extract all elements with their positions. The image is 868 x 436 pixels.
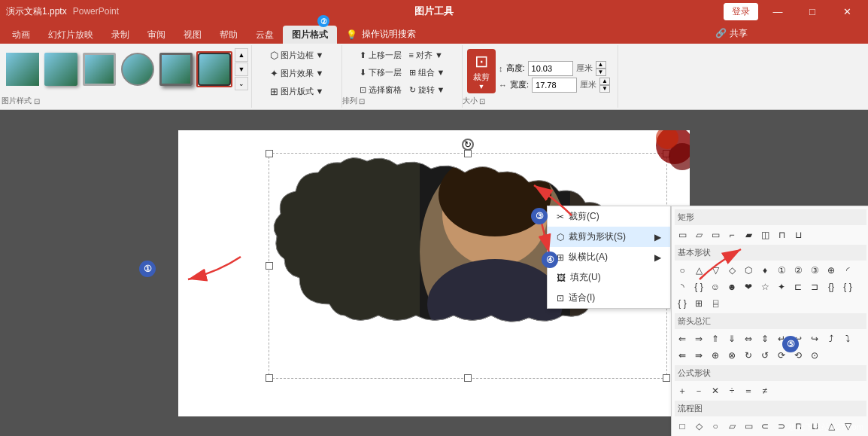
width-up[interactable]: ▲ — [599, 78, 610, 85]
shape-arrow-20[interactable]: ⊙ — [807, 348, 822, 363]
shape-flow-7[interactable]: ⊃ — [774, 419, 789, 434]
shape-rect-2[interactable]: ▱ — [691, 227, 706, 242]
shape-rect-5[interactable]: ▰ — [741, 227, 756, 242]
border-button[interactable]: ⬡ 图片边框 ▼ — [267, 47, 327, 63]
tab-donghua[interactable]: 动画 — [3, 26, 39, 44]
shape-basic-21[interactable]: {} — [824, 279, 839, 294]
height-down[interactable]: ▼ — [596, 69, 606, 76]
crop-button[interactable]: ⊡ 裁剪 ▼ — [467, 49, 496, 93]
height-up[interactable]: ▲ — [596, 61, 606, 69]
shape-arrow-14[interactable]: ⊕ — [708, 348, 723, 363]
shape-rect-6[interactable]: ◫ — [757, 227, 772, 242]
pic-style-1[interactable] — [5, 51, 41, 87]
shape-basic-19[interactable]: ⊏ — [791, 279, 806, 294]
shape-rect-3[interactable]: ▭ — [708, 227, 723, 242]
tab-review[interactable]: 审阅 — [138, 26, 175, 44]
shape-formula-3[interactable]: ✕ — [708, 383, 723, 398]
shape-flow-2[interactable]: ◇ — [691, 419, 706, 434]
shape-basic-2[interactable]: △ — [691, 263, 706, 278]
shape-arrow-4[interactable]: ⇓ — [724, 331, 739, 346]
style-expand[interactable]: ⌄ — [235, 77, 248, 90]
shape-basic-6[interactable]: ♦ — [757, 263, 772, 278]
pic-style-5[interactable] — [158, 51, 194, 87]
shape-basic-22[interactable]: { } — [840, 279, 855, 294]
tab-record[interactable]: 录制 — [102, 26, 138, 44]
shape-basic-3[interactable]: ▽ — [708, 263, 723, 278]
style-scroll-up[interactable]: ▲ — [235, 48, 248, 62]
minimize-button[interactable]: — — [763, 3, 793, 20]
style-scroll-down[interactable]: ▼ — [235, 63, 248, 76]
aspect-ratio-menu-item[interactable]: ⊞ 纵横比(A) ▶ — [548, 247, 670, 267]
crop-to-shape-menu-item[interactable]: ⬡ 裁剪为形状(S) ▶ — [548, 227, 670, 247]
shape-arrow-6[interactable]: ⇕ — [757, 331, 772, 346]
pic-style-4[interactable] — [120, 51, 156, 87]
shape-flow-6[interactable]: ⊂ — [757, 419, 772, 434]
shape-basic-12[interactable]: ◝ — [675, 279, 690, 294]
group-button[interactable]: ⊞ 组合 ▼ — [406, 64, 448, 81]
login-button[interactable]: 登录 — [724, 3, 758, 20]
shape-flow-1[interactable]: □ — [675, 419, 690, 434]
handle-topcenter[interactable] — [464, 150, 472, 157]
handle-bottomright[interactable] — [663, 374, 670, 382]
shape-arrow-13[interactable]: ⇛ — [691, 348, 706, 363]
shape-flow-4[interactable]: ▱ — [724, 419, 739, 434]
shape-formula-2[interactable]: － — [691, 383, 706, 398]
shape-rect-8[interactable]: ⊔ — [791, 227, 806, 242]
shape-flow-3[interactable]: ○ — [708, 419, 723, 434]
move-down-button[interactable]: ⬇ 下移一层 — [357, 64, 405, 81]
shape-basic-17[interactable]: ☆ — [757, 279, 772, 294]
shape-arrow-15[interactable]: ⊗ — [724, 348, 739, 363]
tab-help[interactable]: 帮助 — [211, 26, 247, 44]
shape-basic-15[interactable]: ☻ — [724, 279, 739, 294]
width-input[interactable] — [532, 78, 577, 93]
arrange-expand-icon[interactable]: ⊡ — [359, 97, 365, 105]
handle-bottomleft[interactable] — [266, 374, 273, 382]
pic-style-6[interactable] — [196, 51, 232, 87]
shape-basic-7[interactable]: ① — [774, 263, 789, 278]
height-input[interactable] — [528, 61, 573, 76]
close-button[interactable]: ✕ — [832, 3, 862, 20]
rotate-handle[interactable]: ↻ — [462, 139, 474, 151]
shape-basic-8[interactable]: ② — [791, 263, 806, 278]
shape-formula-5[interactable]: ＝ — [741, 383, 756, 398]
shape-formula-6[interactable]: ≠ — [757, 383, 772, 398]
shape-basic-18[interactable]: ✦ — [774, 279, 789, 294]
shape-basic-24[interactable]: ⊞ — [691, 296, 706, 311]
handle-topleft[interactable] — [266, 150, 273, 157]
tab-cloud[interactable]: 云盘 — [247, 26, 283, 44]
shape-basic-16[interactable]: ❤ — [741, 279, 756, 294]
shape-arrow-5[interactable]: ⇔ — [741, 331, 756, 346]
layout-button[interactable]: ⊞ 图片版式 ▼ — [267, 83, 327, 99]
shape-arrow-12[interactable]: ⇚ — [675, 348, 690, 363]
shape-basic-23[interactable]: { } — [675, 296, 690, 311]
shape-arrow-11[interactable]: ⤵ — [840, 331, 855, 346]
shape-basic-11[interactable]: ◜ — [840, 263, 855, 278]
shape-basic-13[interactable]: { } — [691, 279, 706, 294]
crop-menu-item[interactable]: ✂ 裁剪(C) — [548, 206, 670, 227]
tab-view[interactable]: 视图 — [175, 26, 211, 44]
shape-basic-14[interactable]: ☺ — [708, 279, 723, 294]
width-down[interactable]: ▼ — [599, 85, 610, 93]
pic-style-3[interactable] — [81, 51, 117, 87]
fit-menu-item[interactable]: ⊡ 适合(I) — [548, 288, 670, 308]
shape-flow-5[interactable]: ▭ — [741, 419, 756, 434]
shape-rect-7[interactable]: ⊓ — [774, 227, 789, 242]
shape-arrow-9[interactable]: ↪ — [807, 331, 822, 346]
shape-basic-4[interactable]: ◇ — [724, 263, 739, 278]
shape-formula-1[interactable]: ＋ — [675, 383, 690, 398]
shape-basic-10[interactable]: ⊕ — [824, 263, 839, 278]
pic-styles-expand-icon[interactable]: ⊡ — [34, 97, 40, 105]
size-expand-icon[interactable]: ⊡ — [479, 97, 485, 105]
shape-arrow-17[interactable]: ↺ — [757, 348, 772, 363]
tab-picture-format[interactable]: 图片格式 ② — [283, 26, 337, 44]
tab-slideshow[interactable]: 幻灯片放映 — [39, 26, 102, 44]
shape-basic-1[interactable]: ○ — [675, 263, 690, 278]
effect-button[interactable]: ✦ 图片效果 ▼ — [267, 65, 327, 81]
shape-rect-4[interactable]: ⌐ — [724, 227, 739, 242]
maximize-button[interactable]: □ — [797, 3, 827, 20]
move-up-button[interactable]: ⬆ 上移一层 — [357, 47, 405, 63]
handle-bottomcenter[interactable] — [464, 374, 472, 382]
shape-formula-4[interactable]: ÷ — [724, 383, 739, 398]
shape-arrow-10[interactable]: ⤴ — [824, 331, 839, 346]
fill-menu-item[interactable]: 🖼 填充(U) — [548, 267, 670, 288]
